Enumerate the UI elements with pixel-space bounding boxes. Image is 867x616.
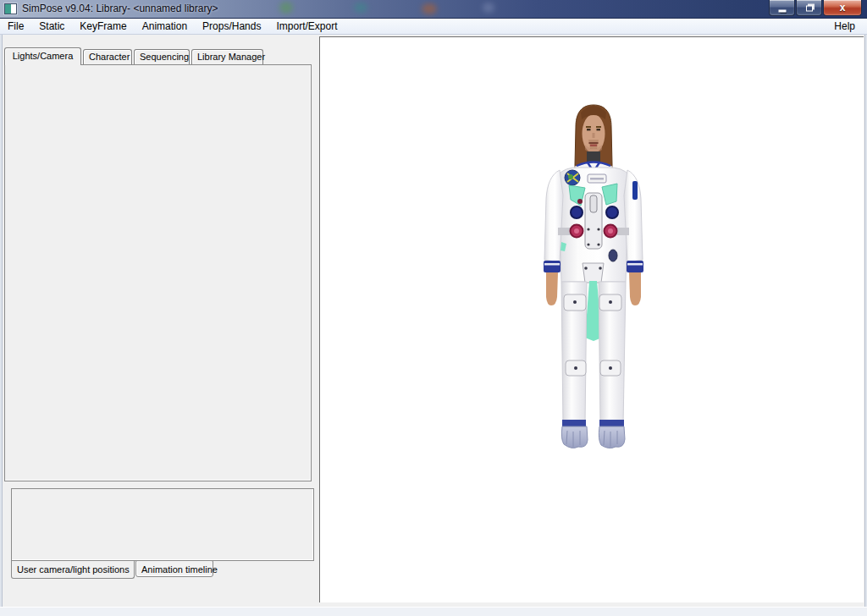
character-cuff-right xyxy=(627,261,643,272)
character-boot-right xyxy=(599,426,625,448)
window-title: SimPose v9.04: Library- <unnamed library… xyxy=(22,3,218,14)
menubar: File Static KeyFrame Animation Props/Han… xyxy=(0,19,867,35)
restore-button[interactable] xyxy=(796,0,822,16)
character-boot-left xyxy=(561,426,588,448)
app-icon xyxy=(4,3,17,14)
character-ankle-right xyxy=(599,420,624,426)
desktop-glare-blue xyxy=(483,3,494,13)
menu-keyframe[interactable]: KeyFrame xyxy=(72,19,134,33)
menu-props-hands[interactable]: Props/Hands xyxy=(195,19,268,33)
character-figure xyxy=(541,101,646,451)
character-viewport[interactable] xyxy=(319,36,864,602)
menu-animation[interactable]: Animation xyxy=(135,19,195,33)
restore-icon xyxy=(806,6,813,12)
character-hand-right xyxy=(629,272,641,305)
app-window: SimPose v9.04: Library- <unnamed library… xyxy=(0,0,867,616)
window-frame-left xyxy=(0,35,3,607)
tab-library-manager[interactable]: Library Manager xyxy=(191,49,263,64)
close-button[interactable]: x xyxy=(823,0,862,16)
lights-camera-panel xyxy=(4,64,312,481)
tab-user-camera-light-positions[interactable]: User camera/light positions xyxy=(11,561,135,579)
minimize-button[interactable] xyxy=(769,0,795,16)
close-icon: x xyxy=(840,2,846,14)
desktop-glare-green xyxy=(279,2,293,14)
minimize-icon xyxy=(778,10,786,13)
menu-import-export[interactable]: Import/Export xyxy=(268,19,345,33)
window-frame-bottom xyxy=(0,607,867,616)
character-hand-left xyxy=(546,272,558,305)
tab-animation-timeline[interactable]: Animation timeline xyxy=(135,560,213,577)
tab-sequencing[interactable]: Sequencing xyxy=(134,49,190,64)
character-ankle-left xyxy=(562,420,586,426)
desktop-glare-orange xyxy=(422,3,437,14)
menu-file[interactable]: File xyxy=(0,19,31,33)
menu-static[interactable]: Static xyxy=(31,19,72,33)
tab-lights-camera[interactable]: Lights/Camera xyxy=(4,47,81,65)
titlebar[interactable]: SimPose v9.04: Library- <unnamed library… xyxy=(0,0,867,19)
character-cuff-left xyxy=(544,261,561,272)
tab-character[interactable]: Character xyxy=(83,49,132,64)
user-positions-panel xyxy=(11,488,314,561)
desktop-glare-teal xyxy=(354,3,367,13)
menu-help[interactable]: Help xyxy=(827,19,862,33)
